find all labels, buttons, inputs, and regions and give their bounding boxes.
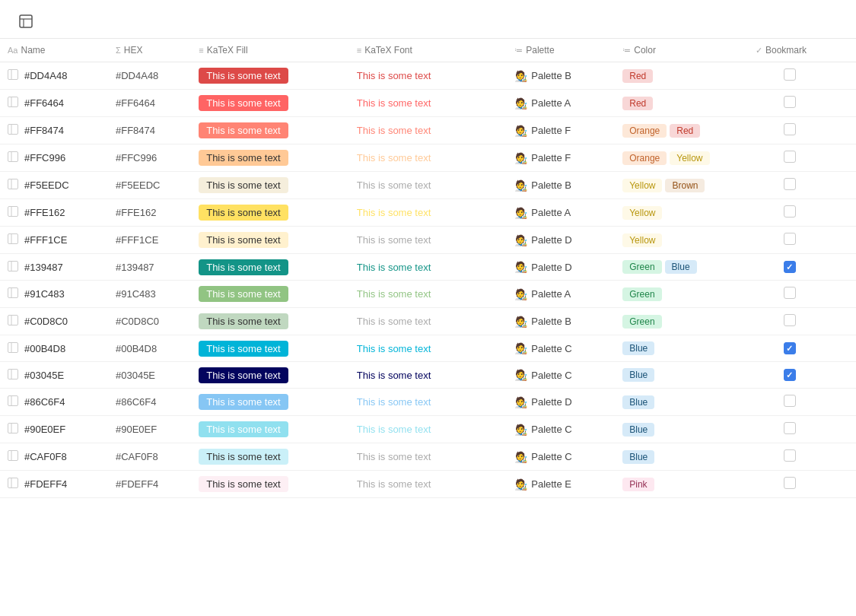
color-cell: GreenBlue [615, 254, 748, 281]
bookmark-cell[interactable] [748, 335, 831, 362]
table-body: #DD4A48#DD4A48This is some textThis is s… [0, 62, 856, 498]
table-row[interactable]: #DD4A48#DD4A48This is some textThis is s… [0, 62, 856, 90]
row-expand-icon [8, 315, 18, 328]
row-expand-icon [8, 261, 18, 274]
katex-fill-cell: This is some text [191, 117, 349, 144]
main-table: AaName ΣHEX ≡KaTeX Fill ≡KaTeX Font ≔Pal… [0, 39, 856, 498]
bookmark-checkbox[interactable] [784, 151, 796, 163]
bookmark-cell[interactable] [748, 443, 831, 471]
bookmark-checkbox[interactable] [784, 123, 796, 135]
bookmark-cell[interactable] [748, 254, 831, 281]
hex-cell: #FFE162 [108, 199, 191, 227]
hex-cell: #F5EEDC [108, 172, 191, 199]
bookmark-cell[interactable] [748, 416, 831, 443]
bookmark-checkbox[interactable] [784, 449, 796, 462]
palette-emoji: 🧑‍🎨 [514, 342, 527, 354]
header-title-area[interactable] [18, 14, 44, 29]
table-row[interactable]: #FF8474#FF8474This is some textThis is s… [0, 117, 856, 144]
bookmark-checkbox[interactable] [784, 96, 796, 108]
bookmark-checkbox[interactable] [784, 422, 796, 434]
color-tag: Green [622, 315, 661, 329]
name-cell: #00B4D8 [0, 335, 108, 362]
bookmark-checkbox[interactable] [784, 233, 796, 245]
bookmark-checkbox[interactable] [784, 395, 796, 407]
bookmark-cell[interactable] [748, 90, 831, 117]
bookmark-cell[interactable] [748, 471, 831, 498]
palette-text: Palette A [531, 288, 571, 300]
bookmark-checkbox[interactable] [784, 68, 796, 81]
bookmark-cell[interactable] [748, 281, 831, 308]
katex-font-cell: This is some text [349, 62, 508, 90]
palette-emoji: 🧑‍🎨 [514, 451, 527, 463]
table-row[interactable]: #FFC996#FFC996This is some textThis is s… [0, 144, 856, 172]
table-row[interactable]: #FF6464#FF6464This is some textThis is s… [0, 90, 856, 117]
katex-fill-cell: This is some text [191, 281, 349, 308]
bookmark-checkbox[interactable] [784, 369, 796, 381]
bookmark-checkbox[interactable] [784, 178, 796, 190]
name-cell: #FF8474 [0, 117, 108, 144]
bookmark-cell[interactable] [748, 227, 831, 254]
row-expand-icon [8, 450, 18, 463]
color-tag: Yellow [622, 179, 662, 192]
table-row[interactable]: #139487#139487This is some textThis is s… [0, 254, 856, 281]
bookmark-cell[interactable] [748, 117, 831, 144]
table-row[interactable]: #F5EEDC#F5EEDCThis is some textThis is s… [0, 172, 856, 199]
bookmark-cell[interactable] [748, 389, 831, 416]
extra-cell [831, 362, 856, 389]
table-row[interactable]: #C0D8C0#C0D8C0This is some textThis is s… [0, 308, 856, 335]
katex-fill-cell: This is some text [191, 254, 349, 281]
bookmark-checkbox[interactable] [784, 287, 796, 299]
bookmark-checkbox[interactable] [784, 261, 796, 273]
table-row[interactable]: #FFF1CE#FFF1CEThis is some textThis is s… [0, 227, 856, 254]
col-hex: ΣHEX [108, 39, 191, 62]
palette-text: Palette C [531, 343, 571, 354]
palette-emoji: 🧑‍🎨 [514, 207, 527, 219]
extra-cell [831, 172, 856, 199]
bookmark-cell[interactable] [748, 199, 831, 227]
palette-text: Palette C [531, 370, 571, 381]
palette-cell: 🧑‍🎨Palette C [507, 362, 615, 389]
row-expand-icon [8, 369, 18, 382]
extra-cell [831, 199, 856, 227]
table-row[interactable]: #FDEFF4#FDEFF4This is some textThis is s… [0, 471, 856, 498]
color-tag: Brown [665, 179, 705, 192]
palette-cell: 🧑‍🎨Palette C [507, 416, 615, 443]
bookmark-checkbox[interactable] [784, 342, 796, 354]
hex-cell: #139487 [108, 254, 191, 281]
katex-fill-cell: This is some text [191, 443, 349, 471]
svg-rect-15 [8, 234, 18, 244]
table-row[interactable]: #90E0EF#90E0EFThis is some textThis is s… [0, 416, 856, 443]
bookmark-cell[interactable] [748, 362, 831, 389]
bookmark-checkbox[interactable] [784, 205, 796, 218]
palette-emoji: 🧑‍🎨 [514, 152, 527, 164]
palette-emoji: 🧑‍🎨 [514, 288, 527, 300]
row-expand-icon [8, 206, 18, 219]
table-row[interactable]: #03045E#03045EThis is some textThis is s… [0, 362, 856, 389]
color-tag: Orange [622, 151, 667, 165]
col-bookmark: ✓Bookmark [748, 39, 831, 62]
katex-fill-cell: This is some text [191, 62, 349, 90]
bookmark-checkbox[interactable] [784, 314, 796, 326]
table-row[interactable]: #CAF0F8#CAF0F8This is some textThis is s… [0, 443, 856, 471]
color-tag: Blue [622, 341, 654, 355]
color-tag: Blue [622, 423, 654, 437]
color-tag: Blue [622, 368, 654, 382]
color-cell: OrangeYellow [615, 144, 748, 172]
bookmark-cell[interactable] [748, 62, 831, 90]
name-text: #FF6464 [24, 97, 64, 109]
table-row[interactable]: #91C483#91C483This is some textThis is s… [0, 281, 856, 308]
name-text: #FF8474 [24, 125, 64, 136]
bookmark-cell[interactable] [748, 172, 831, 199]
table-row[interactable]: #00B4D8#00B4D8This is some textThis is s… [0, 335, 856, 362]
svg-rect-29 [8, 424, 18, 433]
bookmark-cell[interactable] [748, 308, 831, 335]
table-row[interactable]: #FFE162#FFE162This is some textThis is s… [0, 199, 856, 227]
name-cell: #139487 [0, 254, 108, 281]
bookmark-checkbox[interactable] [784, 477, 796, 489]
palette-text: Palette D [531, 234, 571, 246]
hex-cell: #FFC996 [108, 144, 191, 172]
bookmark-cell[interactable] [748, 144, 831, 172]
header-row: AaName ΣHEX ≡KaTeX Fill ≡KaTeX Font ≔Pal… [0, 39, 856, 62]
table-row[interactable]: #86C6F4#86C6F4This is some textThis is s… [0, 389, 856, 416]
color-cell: Red [615, 62, 748, 90]
